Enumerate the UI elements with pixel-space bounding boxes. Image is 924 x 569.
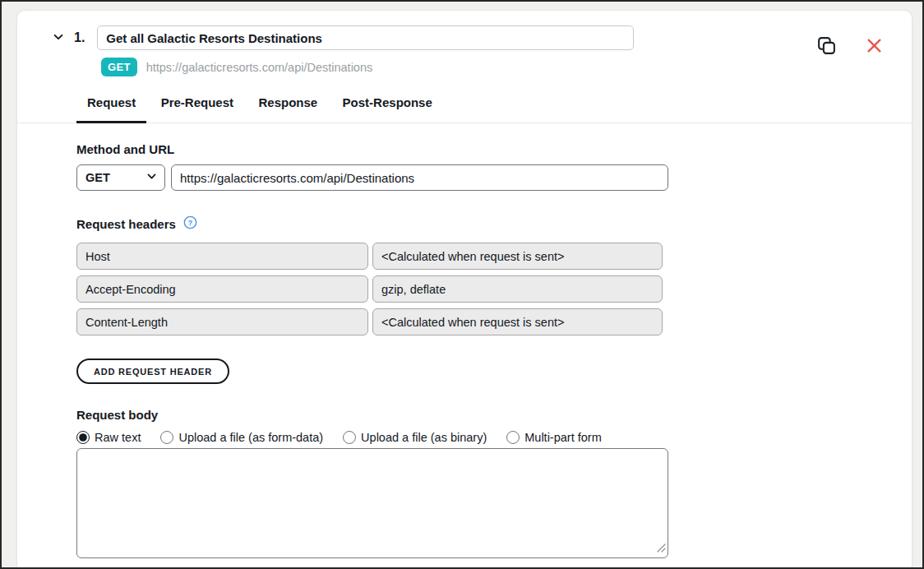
request-item-header: 1. GET https://galacticresorts.com/a — [17, 11, 912, 76]
method-url-row: GET — [76, 164, 912, 191]
header-rows — [76, 243, 912, 335]
tabs: Request Pre-Request Response Post-Respon… — [17, 95, 912, 123]
delete-button[interactable] — [866, 38, 882, 56]
method-url-label: Method and URL — [76, 142, 912, 156]
request-body-section: Request body Raw text Upload a file (as … — [76, 408, 912, 558]
body-type-option[interactable]: Raw text — [76, 431, 141, 444]
body-type-option[interactable]: Upload a file (as binary) — [343, 431, 487, 444]
request-card: 1. GET https://galacticresorts.com/a — [16, 10, 912, 567]
help-icon[interactable]: ? — [183, 215, 197, 233]
body-type-radio[interactable] — [160, 431, 173, 444]
chevron-down-icon — [146, 171, 157, 184]
body-type-options: Raw text Upload a file (as form-data) Up… — [76, 431, 912, 444]
header-row — [76, 243, 912, 270]
request-body-label: Request body — [76, 408, 912, 422]
request-headers-section: Request headers ? — [76, 215, 912, 384]
tab-post-response[interactable]: Post-Response — [332, 95, 443, 123]
url-input[interactable] — [171, 164, 668, 191]
summary-url: https://galacticresorts.com/api/Destinat… — [146, 61, 373, 74]
tab-request[interactable]: Request — [76, 95, 146, 123]
method-badge: GET — [101, 58, 137, 76]
header-name-input[interactable] — [76, 243, 368, 270]
header-row — [76, 308, 912, 335]
request-name-input[interactable] — [97, 25, 634, 50]
header-row — [76, 275, 912, 303]
body-type-option[interactable]: Upload a file (as form-data) — [160, 431, 323, 444]
body-type-option[interactable]: Multi-part form — [506, 431, 601, 444]
close-icon — [866, 38, 882, 56]
request-headers-label: Request headers — [76, 217, 176, 231]
title-row: 1. — [52, 25, 890, 50]
body-type-radio[interactable] — [76, 431, 90, 444]
tab-pre-request[interactable]: Pre-Request — [150, 95, 244, 123]
header-value-input[interactable] — [372, 243, 663, 270]
body-textarea-wrap — [76, 448, 668, 558]
request-body-textarea[interactable] — [76, 448, 668, 558]
method-select[interactable]: GET — [76, 164, 165, 191]
method-select-value: GET — [85, 171, 110, 184]
svg-text:?: ? — [188, 218, 193, 227]
body-type-radio[interactable] — [343, 431, 356, 444]
collapse-button[interactable] — [52, 31, 65, 44]
header-name-input[interactable] — [76, 275, 368, 303]
header-value-input[interactable] — [372, 308, 663, 335]
duplicate-button[interactable] — [816, 35, 837, 58]
copy-icon — [816, 35, 837, 58]
tab-response[interactable]: Response — [247, 95, 328, 123]
header-value-input[interactable] — [372, 275, 663, 303]
add-request-header-button[interactable]: ADD REQUEST HEADER — [76, 359, 229, 384]
request-tab-panel: Method and URL GET Request headers ? — [17, 123, 912, 558]
header-name-input[interactable] — [76, 308, 368, 335]
request-summary: GET https://galacticresorts.com/api/Dest… — [101, 58, 890, 76]
request-index: 1. — [74, 30, 85, 45]
body-type-radio[interactable] — [506, 431, 520, 444]
header-actions — [816, 35, 882, 58]
chevron-down-icon — [53, 31, 64, 45]
